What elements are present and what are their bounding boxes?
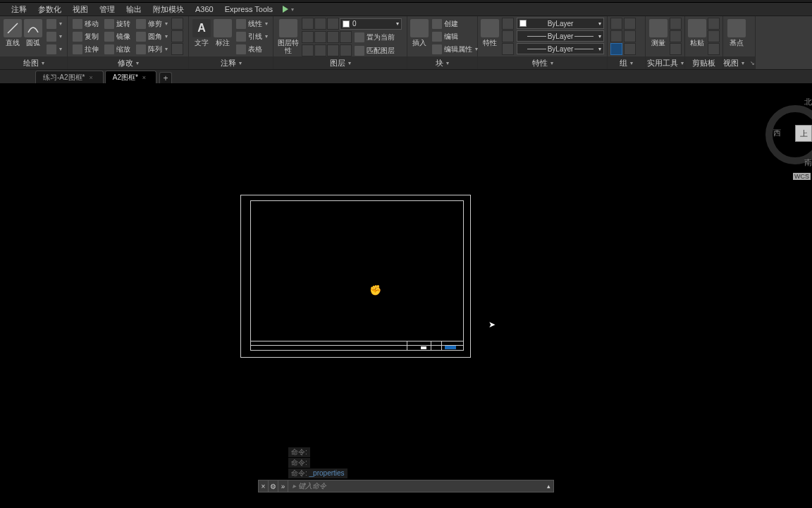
- panel-block-label[interactable]: 块▾: [407, 56, 477, 69]
- line-button[interactable]: 直线: [3, 18, 23, 56]
- group-ic4[interactable]: [624, 30, 636, 42]
- move-button[interactable]: 移动: [70, 18, 101, 30]
- array-button[interactable]: 阵列▾: [134, 43, 170, 55]
- layer-props-button[interactable]: 图层特性: [276, 18, 300, 56]
- lineweight-dropdown[interactable]: ByLayer▾: [517, 30, 604, 42]
- layer-ic4[interactable]: [302, 31, 314, 43]
- draw-circle-button[interactable]: ▾: [44, 18, 64, 30]
- tab-addins[interactable]: 附加模块: [147, 3, 190, 16]
- panel-group-label[interactable]: 组▾: [608, 56, 645, 69]
- insert-button[interactable]: 插入: [410, 18, 429, 56]
- text-button[interactable]: A文字: [192, 18, 211, 56]
- props-button[interactable]: 特性: [481, 18, 499, 56]
- tab-manage[interactable]: 管理: [94, 3, 121, 16]
- group-ic1[interactable]: [610, 18, 622, 30]
- dim-button[interactable]: 标注: [213, 18, 233, 56]
- panel-layer-label[interactable]: 图层▾: [273, 56, 407, 69]
- clip-ic2[interactable]: [708, 30, 720, 42]
- layer-ic5[interactable]: [314, 31, 326, 43]
- layer-ic11[interactable]: [340, 44, 352, 56]
- stretch-button[interactable]: 拉伸: [70, 43, 101, 55]
- viewcube-south[interactable]: 南: [804, 157, 812, 168]
- set-current-button[interactable]: 置为当前: [352, 31, 397, 43]
- util-ic3[interactable]: [670, 43, 682, 55]
- mirror-button[interactable]: 镜像: [102, 30, 133, 42]
- command-line[interactable]: × ⚙ » ▸ 键入命令 ▴: [258, 480, 554, 492]
- cmd-close-icon[interactable]: ×: [259, 480, 269, 492]
- viewcube-north[interactable]: 北: [804, 97, 812, 107]
- fillet-button[interactable]: 圆角▾: [134, 30, 170, 42]
- modify-erase-icon[interactable]: [171, 18, 183, 30]
- group-ic3[interactable]: [610, 30, 622, 42]
- layer-ic6[interactable]: [327, 31, 339, 43]
- rotate-button[interactable]: 旋转: [102, 18, 133, 30]
- layer-ic3[interactable]: [327, 18, 339, 30]
- tab-express[interactable]: Express Tools: [219, 4, 278, 15]
- viewcube[interactable]: 北 西 上 南: [763, 91, 812, 169]
- props-ic2[interactable]: [502, 30, 514, 42]
- trim-button[interactable]: 修剪▾: [134, 18, 170, 30]
- arc-label: 圆弧: [26, 39, 40, 47]
- viewcube-west[interactable]: 西: [773, 128, 781, 138]
- viewcube-top[interactable]: 上: [795, 125, 812, 142]
- clip-ic1[interactable]: [708, 18, 720, 30]
- add-tab-button[interactable]: +: [159, 72, 172, 83]
- scale-button[interactable]: 缩放: [102, 43, 133, 55]
- close-icon[interactable]: ×: [142, 74, 146, 81]
- wcs-label[interactable]: WCS: [793, 173, 811, 180]
- linear-dim-button[interactable]: 线性▾: [234, 18, 270, 30]
- table-button[interactable]: 表格: [234, 43, 270, 55]
- color-dropdown[interactable]: ByLayer▾: [517, 18, 604, 29]
- linetype-dropdown[interactable]: ByLayer▾: [517, 43, 604, 54]
- command-input[interactable]: ▸ 键入命令: [288, 481, 543, 491]
- layer-ic9[interactable]: [314, 44, 326, 56]
- match-layer-button[interactable]: 匹配图层: [352, 44, 397, 56]
- layer-ic10[interactable]: [327, 44, 339, 56]
- modify-explode-icon[interactable]: [171, 30, 183, 42]
- panel-annot-label[interactable]: 注释▾: [189, 56, 273, 69]
- drawing-canvas[interactable]: ✊ ➤ 北 西 上 南 WCS 命令: 命令: 命令: _properties …: [0, 84, 812, 494]
- panel-view-label[interactable]: 视图▾↘: [723, 56, 755, 69]
- match-props-icon[interactable]: [502, 18, 514, 30]
- tab-parametric[interactable]: 参数化: [32, 3, 67, 16]
- block-create-button[interactable]: 创建: [430, 18, 480, 30]
- cmd-config-icon[interactable]: ⚙: [269, 480, 278, 492]
- cmd-history-icon[interactable]: ▴: [543, 483, 553, 490]
- paste-button[interactable]: 粘贴: [688, 18, 706, 56]
- doc-tab-2[interactable]: A2图框*×: [105, 71, 156, 83]
- layer-ic1[interactable]: [302, 18, 314, 30]
- drawing-frame-outer: [240, 195, 471, 358]
- tab-view[interactable]: 视图: [67, 3, 94, 16]
- block-editattr-button[interactable]: 编辑属性▾: [430, 43, 480, 55]
- modify-offset-icon[interactable]: [171, 43, 183, 55]
- measure-button[interactable]: 测量: [648, 18, 668, 56]
- util-ic2[interactable]: [670, 30, 682, 42]
- tab-output[interactable]: 输出: [121, 3, 147, 16]
- tab-play-icon[interactable]: ▾: [283, 6, 294, 13]
- draw-rect-button[interactable]: ▾: [44, 30, 64, 42]
- panel-props-label[interactable]: 特性▾: [478, 56, 607, 69]
- panel-draw-label[interactable]: 绘图▾: [0, 56, 67, 69]
- draw-hatch-button[interactable]: ▾: [44, 43, 64, 55]
- layer-ic7[interactable]: [340, 31, 352, 43]
- panel-util-label[interactable]: 实用工具▾: [646, 56, 684, 69]
- tab-a360[interactable]: A360: [190, 4, 219, 15]
- group-ic2[interactable]: [624, 18, 636, 30]
- block-edit-button[interactable]: 编辑: [430, 30, 480, 42]
- tab-annotate[interactable]: 注释: [6, 3, 32, 16]
- layer-ic8[interactable]: [302, 44, 314, 56]
- close-icon[interactable]: ×: [89, 74, 92, 81]
- util-ic1[interactable]: [670, 18, 682, 30]
- doc-tab-1[interactable]: 练习-A2图框*×: [35, 71, 104, 83]
- clip-ic3[interactable]: [708, 43, 720, 55]
- base-button[interactable]: 基点: [726, 18, 747, 56]
- group-ic6[interactable]: [624, 43, 636, 55]
- arc-button[interactable]: 圆弧: [24, 18, 44, 56]
- group-ic5[interactable]: [610, 43, 622, 55]
- layer-dropdown[interactable]: 0▾: [340, 18, 402, 30]
- leader-button[interactable]: 引线▾: [234, 30, 270, 42]
- panel-modify-label[interactable]: 修改▾: [68, 56, 188, 69]
- props-ic3[interactable]: [502, 43, 514, 55]
- copy-button[interactable]: 复制: [70, 30, 101, 42]
- layer-ic2[interactable]: [314, 18, 326, 30]
